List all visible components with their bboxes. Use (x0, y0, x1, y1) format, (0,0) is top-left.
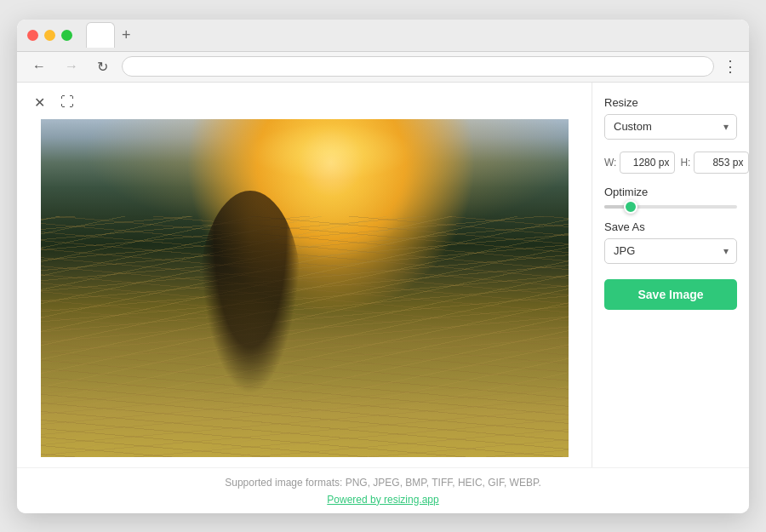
refresh-button[interactable]: ↻ (92, 57, 113, 77)
tab-area: + (86, 22, 739, 48)
forward-button[interactable]: → (60, 57, 83, 76)
traffic-lights (27, 30, 72, 41)
image-wrapper (31, 119, 578, 457)
person-silhouette (199, 191, 301, 395)
title-bar: + (17, 20, 749, 52)
minimize-window-button[interactable] (44, 30, 55, 41)
nav-bar: ← → ↻ ⋮ (17, 52, 749, 83)
save-as-label: Save As (604, 220, 737, 233)
image-toolbar: ✕ ⛶ (31, 93, 578, 112)
close-window-button[interactable] (27, 30, 38, 41)
height-label: H: (680, 157, 690, 169)
back-button[interactable]: ← (27, 57, 51, 76)
grass-overlay (41, 216, 569, 457)
width-input[interactable] (620, 152, 675, 174)
image-panel: ✕ ⛶ (17, 83, 592, 467)
maximize-window-button[interactable] (61, 30, 72, 41)
content-area: ✕ ⛶ Resize Custom (17, 83, 749, 467)
dimensions-row: W: H: (604, 152, 737, 174)
supported-formats-text: Supported image formats: PNG, JPEG, BMP,… (17, 477, 749, 489)
save-image-button[interactable]: Save Image (604, 279, 737, 310)
save-as-section: Save As JPG PNG WEBP BMP GIF TIFF ▾ (604, 220, 737, 264)
photo-background (41, 119, 569, 457)
footer-area: Supported image formats: PNG, JPEG, BMP,… (17, 467, 749, 513)
powered-by-link[interactable]: Powered by resizing.app (327, 494, 438, 506)
height-input[interactable] (694, 152, 749, 174)
optimize-label: Optimize (604, 186, 737, 198)
side-panel: Resize Custom Original 800×600 1024×768 … (592, 83, 749, 467)
new-tab-button[interactable]: + (122, 27, 131, 43)
browser-window: + ← → ↻ ⋮ ✕ ⛶ (17, 20, 749, 513)
close-image-button[interactable]: ✕ (31, 93, 49, 112)
resize-label: Resize (604, 96, 737, 109)
width-group: W: (604, 152, 675, 174)
width-label: W: (604, 157, 616, 169)
address-bar[interactable] (122, 56, 714, 77)
save-as-select[interactable]: JPG PNG WEBP BMP GIF TIFF (604, 238, 737, 264)
browser-tab[interactable] (86, 22, 115, 48)
optimize-section: Optimize (604, 186, 737, 209)
image-preview (41, 119, 569, 457)
height-group: H: (680, 152, 749, 174)
crop-button[interactable]: ⛶ (57, 93, 77, 112)
optimize-slider-track (604, 205, 737, 209)
save-as-select-wrapper: JPG PNG WEBP BMP GIF TIFF ▾ (604, 238, 737, 264)
resize-select[interactable]: Custom Original 800×600 1024×768 1920×10… (604, 114, 737, 140)
browser-menu-button[interactable]: ⋮ (723, 57, 739, 76)
resize-section: Resize Custom Original 800×600 1024×768 … (604, 96, 737, 140)
resize-select-wrapper: Custom Original 800×600 1024×768 1920×10… (604, 114, 737, 140)
